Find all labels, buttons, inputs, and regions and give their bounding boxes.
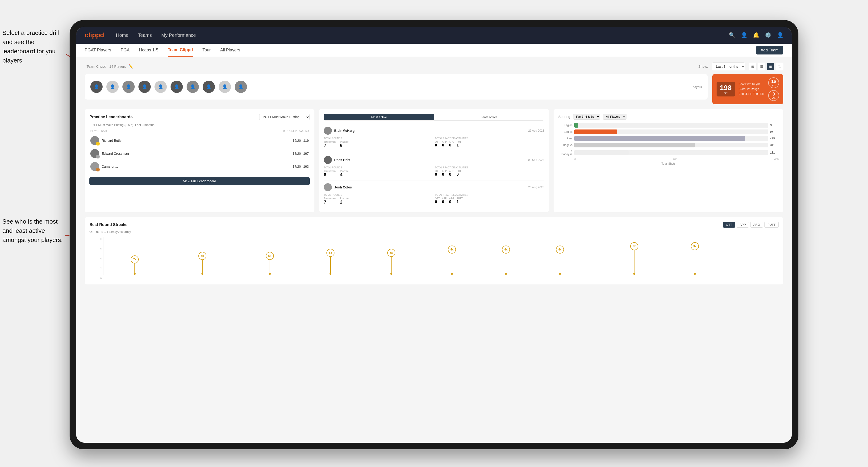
avatar-7[interactable]: 👤: [187, 81, 199, 93]
player-date-1: 26 Aug 2023: [528, 129, 544, 132]
nav-home[interactable]: Home: [116, 33, 128, 38]
streaks-title: Best Round Streaks: [89, 222, 128, 227]
nav-pga[interactable]: PGA: [121, 44, 129, 57]
total-rounds-group-1: Total Rounds Tournament7 Practice6: [324, 137, 433, 148]
dbogeys-bar: [574, 150, 628, 155]
view-full-leaderboard-button[interactable]: View Full Leaderboard: [89, 177, 310, 185]
player-name-1: Blair McHarg: [334, 129, 354, 132]
streak-pin-8[interactable]: 3x: [630, 242, 638, 275]
pars-label: Pars: [558, 137, 572, 140]
scoring-panel: Scoring Par 3, 4 & 5s Par 3s Par 4s Par …: [554, 109, 783, 212]
chart-row-birdies: Birdies 96: [558, 129, 779, 134]
tournament-2: 8: [324, 173, 336, 177]
lb-name-3: Cameron...: [102, 165, 290, 168]
pars-bar: [574, 136, 745, 141]
ott-2: 0: [435, 173, 440, 177]
streak-pin-9[interactable]: 3x: [691, 242, 699, 275]
streak-pin-0[interactable]: 7x: [131, 255, 139, 275]
nav-hcaps[interactable]: Hcaps 1-5: [139, 44, 158, 57]
lb-avatar-3: 3: [90, 162, 99, 171]
avatar-3[interactable]: 👤: [122, 81, 135, 93]
filter-icon[interactable]: ⇅: [776, 63, 783, 70]
edit-icon[interactable]: ✏️: [128, 64, 133, 69]
par-filter-select[interactable]: Par 3, 4 & 5s Par 3s Par 4s Par 5s: [573, 114, 600, 120]
avatar-2[interactable]: 👤: [106, 81, 119, 93]
avatar-5[interactable]: 👤: [154, 81, 167, 93]
player-card-header-3: Josh Coles 26 Aug 2023: [324, 183, 544, 191]
chart-x-axis: 0 200 400: [558, 158, 779, 161]
nav-teams[interactable]: Teams: [138, 33, 152, 38]
team-title: Team Clippd 14 Players: [85, 64, 126, 69]
player-date-2: 02 Sep 2023: [528, 158, 544, 161]
avatar-6[interactable]: 👤: [170, 81, 183, 93]
scoring-header: Scoring Par 3, 4 & 5s Par 3s Par 4s Par …: [558, 114, 779, 120]
lb-panel-header: Practice Leaderboards PUTT Must Make Put…: [89, 114, 310, 120]
yds1-value: 16: [771, 79, 776, 84]
avatar-9[interactable]: 👤: [219, 81, 231, 93]
streaks-filter-btns: OTT APP ARG PUTT: [723, 222, 779, 228]
main-content: Team Clippd 14 Players ✏️ Show: Last 3 m…: [76, 57, 792, 443]
filter-ott[interactable]: OTT: [723, 222, 735, 228]
nav-pgat[interactable]: PGAT Players: [85, 44, 111, 57]
streak-pin-2[interactable]: 6x: [266, 252, 274, 275]
person-icon[interactable]: 👤: [741, 32, 747, 38]
practice-activities-label-3: Total Practice Activities: [435, 194, 544, 196]
streak-pin-3[interactable]: 5x: [327, 249, 335, 275]
nav-icons: 🔍 👤 🔔 ⚙️ 👤: [729, 32, 783, 38]
period-select[interactable]: Last 3 months Last 6 months Last year: [712, 63, 745, 70]
player-card-3: Josh Coles 26 Aug 2023 Total Rounds Tour…: [324, 181, 544, 208]
streak-pin-1[interactable]: 6x: [198, 252, 206, 275]
avatar-1[interactable]: 👤: [90, 81, 102, 93]
shot-dist: 198: [720, 84, 732, 92]
x-axis-0: 0: [574, 158, 576, 161]
lb-score-2: 18/20: [293, 152, 301, 155]
settings-icon[interactable]: ⚙️: [765, 32, 771, 38]
avatar-10[interactable]: 👤: [235, 81, 247, 93]
filter-app[interactable]: APP: [737, 222, 749, 228]
shot-detail-card: 198 SC Shot Dist: 16 yds Start Lie: Roug…: [712, 74, 783, 104]
bogeys-val: 311: [770, 144, 779, 147]
yds1-label: yds: [772, 84, 776, 87]
drill-select[interactable]: PUTT Must Make Putting ...: [259, 114, 310, 120]
search-icon[interactable]: 🔍: [729, 32, 735, 38]
shot-start-lie: Start Lie: Rough: [739, 87, 765, 92]
practice-1: 6: [340, 143, 349, 148]
annotation-top-left: Select a practice drill and see the lead…: [2, 28, 68, 65]
total-rounds-group-3: Total Rounds Tournament7 Practice2: [324, 194, 433, 205]
practice-activities-group-2: Total Practice Activities OTT0 APP0 ARG0…: [435, 166, 544, 177]
annotation-bottom-left: See who is the most and least active amo…: [2, 217, 66, 245]
tournament-1: 7: [324, 143, 336, 148]
scoring-chart: Eagles 3 Birdies 96: [558, 123, 779, 165]
streak-pin-5[interactable]: 4x: [448, 246, 456, 275]
streaks-panel: Best Round Streaks OTT APP ARG PUTT Off …: [85, 217, 783, 284]
most-active-tab[interactable]: Most Active: [324, 114, 434, 120]
streak-pin-7[interactable]: 4x: [556, 246, 564, 275]
pars-val: 499: [770, 137, 779, 140]
bell-icon[interactable]: 🔔: [753, 32, 759, 38]
nav-my-performance[interactable]: My Performance: [161, 33, 196, 38]
yds2-label: yds: [772, 97, 776, 99]
player-filter-select[interactable]: All Players: [603, 114, 626, 120]
nav-all-players[interactable]: All Players: [220, 44, 240, 57]
avatar-8[interactable]: 👤: [203, 81, 215, 93]
nav-tour[interactable]: Tour: [203, 44, 211, 57]
nav-team-clippd[interactable]: Team Clippd: [168, 44, 193, 57]
show-label: Show:: [698, 64, 708, 68]
filter-arg[interactable]: ARG: [750, 222, 763, 228]
streak-pin-6[interactable]: 4x: [502, 246, 510, 275]
grid-view-icon[interactable]: ⊞: [749, 63, 756, 70]
total-rounds-group-2: Total Rounds Tournament8 Practice4: [324, 166, 433, 177]
streak-pin-4[interactable]: 5x: [387, 249, 395, 275]
ott-1: 0: [435, 143, 440, 148]
eagles-bar-bg: [574, 123, 768, 128]
yds2-value: 0: [772, 92, 775, 97]
add-team-button[interactable]: Add Team: [756, 46, 783, 55]
least-active-tab[interactable]: Least Active: [434, 114, 544, 120]
card-view-icon[interactable]: ▦: [767, 63, 774, 70]
lb-score-3: 17/20: [293, 165, 301, 168]
player-card-header-1: Blair McHarg 26 Aug 2023: [324, 127, 544, 135]
filter-putt[interactable]: PUTT: [765, 222, 779, 228]
list-view-icon[interactable]: ☰: [758, 63, 766, 70]
avatar-icon[interactable]: 👤: [777, 32, 783, 38]
avatar-4[interactable]: 👤: [138, 81, 151, 93]
